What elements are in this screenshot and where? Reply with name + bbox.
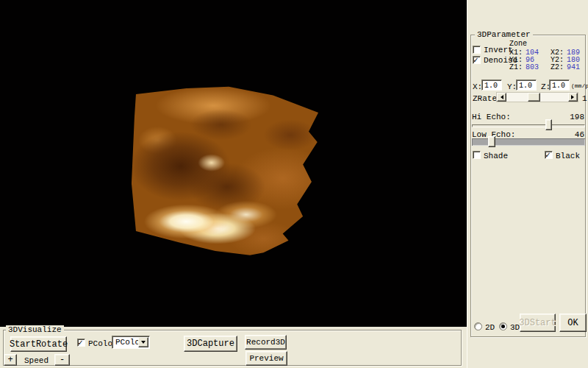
chevron-down-icon: [141, 341, 146, 346]
zrate-label: ZRate: [473, 94, 497, 103]
scale-y-input[interactable]: [516, 79, 537, 91]
render-viewport[interactable]: [0, 0, 467, 327]
visualize-groupbox-title: 3DVisualize: [6, 325, 64, 334]
capture-3d-button[interactable]: 3DCapture: [184, 336, 237, 352]
zone-z1-value: 803: [526, 63, 551, 72]
app-window: { "parameter_panel": { "title": "3DParam…: [0, 0, 588, 368]
black-checkbox[interactable]: [545, 151, 553, 159]
hi-echo-label: Hi Echo:: [472, 113, 511, 121]
scale-z-input[interactable]: [549, 79, 570, 91]
mode-2d-label: 2D: [485, 323, 495, 332]
record-3d-button[interactable]: Record3D: [245, 335, 287, 350]
hi-echo-slider-track[interactable]: [472, 124, 585, 127]
zrate-scroll-left-button[interactable]: [497, 93, 506, 102]
zone-row-z: Z1:803Z2:941: [509, 63, 580, 72]
start-3d-button[interactable]: 3DStart: [520, 314, 556, 332]
speed-minus-button[interactable]: -: [54, 354, 70, 366]
zone-z2-value: 941: [567, 63, 580, 71]
ok-button[interactable]: OK: [559, 314, 587, 332]
zone-z1-label: Z1:: [509, 63, 526, 72]
mode-3d-radio[interactable]: [499, 322, 507, 330]
low-echo-slider-thumb[interactable]: [488, 136, 495, 147]
pcolor-dropdown-button[interactable]: [138, 337, 148, 347]
scale-x-input[interactable]: [481, 79, 502, 91]
black-label: Black: [556, 152, 580, 160]
shade-checkbox[interactable]: [473, 151, 481, 159]
parameter-groupbox-title: 3DParameter: [475, 30, 533, 39]
zrate-value: 1: [582, 94, 587, 103]
mode-3d-label: 3D: [510, 323, 520, 332]
denoise-checkbox[interactable]: [473, 56, 481, 64]
speed-plus-button[interactable]: +: [4, 354, 17, 366]
zone-label: Zone: [509, 40, 527, 49]
speed-label: Speed: [24, 356, 49, 365]
pcolor-dropdown[interactable]: PColor: [112, 336, 150, 349]
left-arrow-icon: [498, 95, 503, 99]
hi-echo-value: 198: [570, 113, 584, 121]
start-rotate-button[interactable]: StartRotate: [10, 336, 67, 352]
invert-label: Invert: [484, 46, 513, 54]
pcolor-checkbox[interactable]: [77, 339, 85, 347]
mode-2d-radio[interactable]: [474, 322, 482, 330]
hi-echo-slider-thumb[interactable]: [545, 119, 552, 130]
zrate-scrollbar[interactable]: [496, 92, 578, 102]
zrate-scroll-right-button[interactable]: [568, 93, 578, 102]
invert-checkbox[interactable]: [473, 46, 481, 54]
scale-unit-label: (mm/p): [571, 82, 588, 91]
parameter-panel: 3DParameter Invert Denoise Zone X1:104X2…: [467, 0, 588, 368]
preview-button[interactable]: Preview: [245, 351, 287, 366]
visualize-groupbox: 3DVisualize StartRotate + Speed - PColor…: [3, 330, 462, 366]
right-arrow-icon: [571, 95, 576, 99]
ultrasound-volume[interactable]: [129, 83, 321, 256]
shade-label: Shade: [484, 152, 508, 160]
parameter-groupbox: 3DParameter Invert Denoise Zone X1:104X2…: [470, 35, 586, 337]
zrate-scroll-thumb[interactable]: [528, 93, 540, 102]
zone-z2-label: Z2:: [551, 63, 567, 72]
